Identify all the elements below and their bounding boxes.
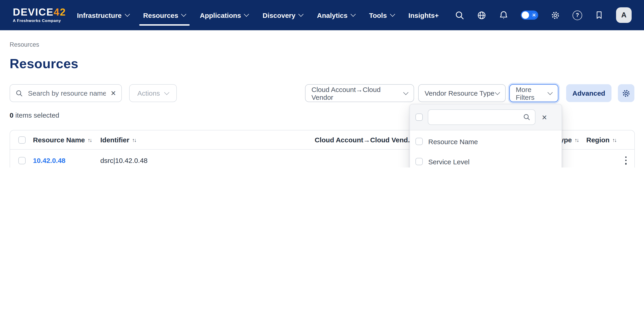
chevron-down-icon <box>390 12 395 17</box>
chevron-down-icon <box>403 90 408 95</box>
clear-search-icon[interactable]: × <box>111 89 116 97</box>
nav-item-insights[interactable]: Insights+ <box>408 11 439 19</box>
vendor-resource-type-filter-label: Vendor Resource Type <box>424 89 494 97</box>
chevron-down-icon <box>298 12 304 17</box>
nav-item-label: Tools <box>369 11 387 19</box>
column-header-identifier[interactable]: Identifier <box>100 130 136 149</box>
actions-label: Actions <box>138 89 160 97</box>
resources-page: DEVICE42 A Freshworks Company Infrastruc… <box>0 0 644 167</box>
search-icon[interactable] <box>455 10 464 20</box>
dropdown-option-list: Resource NameService LevelTagsVendor Res… <box>410 130 562 167</box>
chevron-down-icon <box>350 12 356 17</box>
table-settings-button[interactable] <box>618 84 634 102</box>
more-filters-dropdown: × Resource NameService LevelTagsVendor R… <box>410 104 562 167</box>
cloud-account-filter-label: Cloud Account→Cloud Vendor <box>312 85 404 101</box>
filter-option-service-level[interactable]: Service Level <box>410 151 562 167</box>
help-icon[interactable]: ? <box>572 10 582 20</box>
filter-option-checkbox[interactable] <box>416 158 423 165</box>
bookmark-icon[interactable] <box>594 10 604 20</box>
more-filters-button[interactable]: More Filters <box>509 84 558 102</box>
gear-icon[interactable] <box>550 10 560 20</box>
column-header-cloud-account[interactable]: Cloud Account→Cloud Vend... <box>315 130 420 149</box>
filter-option-resource-name[interactable]: Resource Name <box>410 131 562 151</box>
help-glyph: ? <box>576 12 579 18</box>
nav-item-label: Applications <box>200 11 241 19</box>
dropdown-close-icon[interactable]: × <box>542 113 547 121</box>
nav-item-label: Resources <box>143 11 178 19</box>
kebab-menu-icon[interactable] <box>623 154 628 166</box>
dropdown-select-all-checkbox[interactable] <box>416 113 423 121</box>
nav-item-applications[interactable]: Applications <box>200 11 248 19</box>
chevron-down-icon <box>124 12 130 17</box>
user-avatar[interactable]: A <box>616 7 632 23</box>
avatar-letter: A <box>621 11 626 19</box>
advanced-button[interactable]: Advanced <box>566 84 612 102</box>
top-nav: DEVICE42 A Freshworks Company Infrastruc… <box>0 0 644 31</box>
nav-item-infrastructure[interactable]: Infrastructure <box>77 11 129 19</box>
nav-item-label: Infrastructure <box>77 11 122 19</box>
vendor-resource-type-filter[interactable]: Vendor Resource Type <box>418 84 506 102</box>
toggle-knob <box>522 11 529 19</box>
nav-item-label: Analytics <box>317 11 348 19</box>
resource-identifier: dsrc|10.42.0.48 <box>100 150 148 167</box>
dropdown-search-box[interactable] <box>428 109 536 125</box>
toolbar: × Actions Cloud Account→Cloud Vendor Ven… <box>10 84 634 102</box>
dropdown-search-input[interactable] <box>433 113 523 121</box>
chevron-down-icon <box>164 90 170 95</box>
nav-item-tools[interactable]: Tools <box>369 11 394 19</box>
nav-item-label: Insights+ <box>408 11 439 19</box>
filter-option-checkbox[interactable] <box>416 138 423 145</box>
row-checkbox[interactable] <box>18 157 26 164</box>
selected-count: 0 <box>10 111 14 119</box>
filter-option-label: Service Level <box>428 158 470 165</box>
breadcrumb[interactable]: Resources <box>10 41 39 48</box>
nav-item-label: Discovery <box>263 11 296 19</box>
bell-icon[interactable] <box>499 10 508 20</box>
chevron-down-icon <box>244 12 249 17</box>
logo-tagline: A Freshworks Company <box>13 19 66 23</box>
nav-utility-icons: ? A <box>455 7 632 23</box>
chevron-down-icon <box>548 90 553 95</box>
nav-item-analytics[interactable]: Analytics <box>317 11 355 19</box>
logo-wordmark: DEVICE42 <box>13 7 66 18</box>
nav-item-discovery[interactable]: Discovery <box>263 11 303 19</box>
cloud-account-filter[interactable]: Cloud Account→Cloud Vendor <box>305 84 414 102</box>
select-all-checkbox[interactable] <box>18 136 26 143</box>
resource-search-box[interactable]: × <box>10 84 122 102</box>
more-filters-label: More Filters <box>516 85 548 101</box>
theme-toggle[interactable] <box>521 10 538 20</box>
globe-icon[interactable] <box>477 10 486 20</box>
gear-icon <box>622 88 631 98</box>
resource-name-link[interactable]: 10.42.0.48 <box>33 150 66 167</box>
actions-button[interactable]: Actions <box>129 84 177 102</box>
chevron-down-icon <box>181 12 186 17</box>
main-menu: InfrastructureResourcesApplicationsDisco… <box>77 11 439 19</box>
nav-item-resources[interactable]: Resources <box>143 11 186 19</box>
device42-logo[interactable]: DEVICE42 A Freshworks Company <box>13 7 66 23</box>
search-input[interactable] <box>27 89 107 97</box>
column-header-resource-name[interactable]: Resource Name <box>33 130 92 149</box>
page-title: Resources <box>10 56 78 71</box>
chevron-down-icon <box>495 90 500 95</box>
column-header-region[interactable]: Region <box>586 130 616 149</box>
filter-option-label: Resource Name <box>428 138 478 145</box>
search-icon <box>16 89 23 97</box>
sun-icon <box>532 13 536 17</box>
dropdown-search-row: × <box>410 104 562 130</box>
selected-suffix: items selected <box>14 111 59 119</box>
filter-group: Cloud Account→Cloud Vendor Vendor Resour… <box>305 84 634 102</box>
search-icon <box>523 113 530 121</box>
items-selected-status: 0 items selected <box>10 111 59 119</box>
